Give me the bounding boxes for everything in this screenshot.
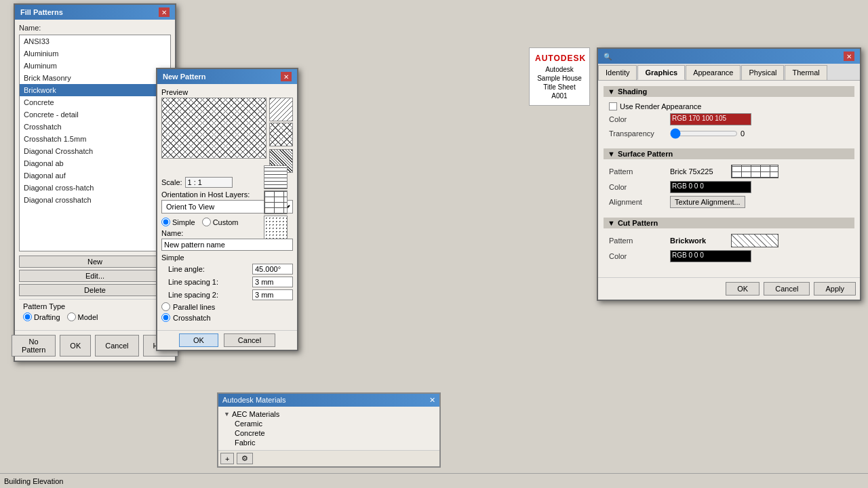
crosshatch-label: Crosshatch xyxy=(173,314,211,322)
pattern-list-item[interactable]: Brickwork xyxy=(20,84,170,96)
drafting-radio-label[interactable]: Drafting xyxy=(23,312,60,321)
fill-patterns-content: Name: ANSI33AluminiumAluminumBrick Mason… xyxy=(15,20,175,330)
transparency-slider[interactable] xyxy=(670,128,738,139)
pattern-list-item[interactable]: Brick Masonry xyxy=(20,72,170,84)
cut-pattern-preview[interactable] xyxy=(731,234,778,247)
model-radio-label[interactable]: Model xyxy=(67,312,98,321)
cut-pattern-row: Pattern Brickwork xyxy=(609,234,849,247)
pattern-list-item[interactable]: Concrete xyxy=(20,96,170,108)
material-editor-title-bar: 🔍 ✕ xyxy=(598,49,860,64)
cut-pattern-section-label: Cut Pattern xyxy=(618,219,658,227)
fabric-item[interactable]: Fabric xyxy=(221,438,437,447)
custom-radio-label[interactable]: Custom xyxy=(202,218,239,226)
fp-cancel-button[interactable]: Cancel xyxy=(95,335,138,357)
texture-alignment-button[interactable]: Texture Alignment... xyxy=(670,196,745,208)
model-radio[interactable] xyxy=(67,312,76,321)
mb-settings-button[interactable]: ⚙ xyxy=(237,453,253,464)
use-render-appearance-checkbox[interactable] xyxy=(609,102,617,110)
pattern-list-item[interactable]: Diagonal ab xyxy=(20,157,170,169)
delete-pattern-button[interactable]: Delete xyxy=(19,284,171,296)
autodesk-product: Autodesk xyxy=(535,66,584,73)
line-angle-input[interactable] xyxy=(252,264,293,274)
edit-pattern-button[interactable]: Edit... xyxy=(19,270,171,282)
shading-section-label: Shading xyxy=(618,87,647,96)
custom-radio[interactable] xyxy=(202,218,211,226)
material-editor-tabs: Identity Graphics Appearance Physical Th… xyxy=(598,64,860,81)
surface-pattern-preview[interactable] xyxy=(731,165,778,178)
drafting-radio[interactable] xyxy=(23,312,32,321)
cut-pattern-name[interactable]: Brickwork xyxy=(670,237,731,245)
pattern-list-item[interactable]: Diagonal Crosshatch xyxy=(20,145,170,157)
me-ok-button[interactable]: OK xyxy=(726,282,760,296)
me-apply-button[interactable]: Apply xyxy=(814,282,856,296)
cut-color-row: Color RGB 0 0 0 xyxy=(609,250,849,262)
material-editor-content: ▼ Shading Use Render Appearance Color RG… xyxy=(598,81,860,277)
name-label: Name: xyxy=(19,24,171,32)
shading-color-swatch[interactable]: RGB 170 100 105 xyxy=(670,113,751,125)
np-cancel-button[interactable]: Cancel xyxy=(224,333,275,347)
new-pattern-button[interactable]: New xyxy=(19,256,171,268)
cut-pattern-collapse-icon: ▼ xyxy=(608,219,615,227)
tab-appearance[interactable]: Appearance xyxy=(686,65,741,80)
line-spacing1-input[interactable] xyxy=(252,277,293,287)
material-browser-title: Autodesk Materials ✕ xyxy=(218,394,439,407)
material-editor-title: 🔍 xyxy=(604,53,612,60)
tab-thermal[interactable]: Thermal xyxy=(785,65,827,80)
shading-collapse-icon: ▼ xyxy=(608,87,615,96)
material-editor-close-button[interactable]: ✕ xyxy=(844,52,854,61)
parallel-radio-label[interactable]: Parallel lines xyxy=(161,302,293,311)
parallel-label: Parallel lines xyxy=(173,303,215,311)
surface-pattern-name[interactable]: Brick 75x225 xyxy=(670,167,731,176)
line-angle-label: Line angle: xyxy=(168,265,205,273)
fill-patterns-close-button[interactable]: ✕ xyxy=(159,7,170,17)
surface-pattern-section-header[interactable]: ▼ Surface Pattern xyxy=(604,148,854,159)
status-bar: Building Elevation xyxy=(0,473,868,488)
pattern-list[interactable]: ANSI33AluminiumAluminumBrick MasonryBric… xyxy=(19,35,171,251)
color-label: Color xyxy=(609,115,670,123)
tab-graphics[interactable]: Graphics xyxy=(637,65,685,80)
pattern-list-item[interactable]: ANSI33 xyxy=(20,35,170,47)
pattern-list-item[interactable]: Aluminum xyxy=(20,60,170,72)
np-ok-button[interactable]: OK xyxy=(179,333,218,347)
cut-pattern-section-header[interactable]: ▼ Cut Pattern xyxy=(604,218,854,228)
preview-thumb-4[interactable] xyxy=(264,165,288,189)
material-browser: Autodesk Materials ✕ AEC Materials Ceram… xyxy=(217,392,441,468)
mb-add-button[interactable]: + xyxy=(220,453,234,464)
tab-physical[interactable]: Physical xyxy=(741,65,784,80)
simple-sublabel: Simple xyxy=(161,253,293,262)
simple-radio[interactable] xyxy=(161,218,170,226)
shading-section-header[interactable]: ▼ Shading xyxy=(604,86,854,97)
surface-color-swatch[interactable]: RGB 0 0 0 xyxy=(670,181,751,193)
preview-thumb-6[interactable] xyxy=(264,216,288,239)
aec-materials-folder[interactable]: AEC Materials xyxy=(221,409,437,419)
pattern-list-item[interactable]: Crosshatch 1.5mm xyxy=(20,133,170,145)
new-pattern-close-button[interactable]: ✕ xyxy=(281,72,292,81)
simple-radio-label[interactable]: Simple xyxy=(161,218,195,226)
new-pattern-dialog: New Pattern ✕ Preview Scale: Orientation… xyxy=(156,68,298,351)
scale-input[interactable] xyxy=(185,177,233,188)
tab-identity[interactable]: Identity xyxy=(598,65,637,80)
me-cancel-button[interactable]: Cancel xyxy=(764,282,810,296)
pattern-list-item[interactable]: Aluminium xyxy=(20,47,170,60)
preview-thumb-2[interactable] xyxy=(269,123,293,146)
pattern-list-item[interactable]: Concrete - detail xyxy=(20,108,170,121)
pattern-list-item[interactable]: Diagonal cross-hatch xyxy=(20,182,170,194)
no-pattern-button[interactable]: No Pattern xyxy=(12,335,56,357)
ceramic-item[interactable]: Ceramic xyxy=(221,419,437,428)
material-browser-close-icon[interactable]: ✕ xyxy=(429,396,435,405)
preview-thumb-1[interactable] xyxy=(269,98,293,121)
line-spacing2-input[interactable] xyxy=(252,289,293,300)
preview-main xyxy=(161,98,267,159)
crosshatch-radio[interactable] xyxy=(161,313,170,322)
fp-ok-button[interactable]: OK xyxy=(60,335,91,357)
parallel-radio[interactable] xyxy=(161,302,170,311)
pattern-list-item[interactable]: Diagonal crosshatch xyxy=(20,194,170,206)
pattern-list-item[interactable]: Diagonal auf xyxy=(20,169,170,182)
pattern-list-item[interactable]: Crosshatch xyxy=(20,121,170,133)
status-text: Building Elevation xyxy=(4,477,63,485)
preview-thumb-5[interactable] xyxy=(264,190,288,214)
cut-color-swatch[interactable]: RGB 0 0 0 xyxy=(670,250,751,262)
concrete-item[interactable]: Concrete xyxy=(221,428,437,438)
line-angle-row: Line angle: xyxy=(168,264,293,274)
crosshatch-radio-label[interactable]: Crosshatch xyxy=(161,313,293,322)
